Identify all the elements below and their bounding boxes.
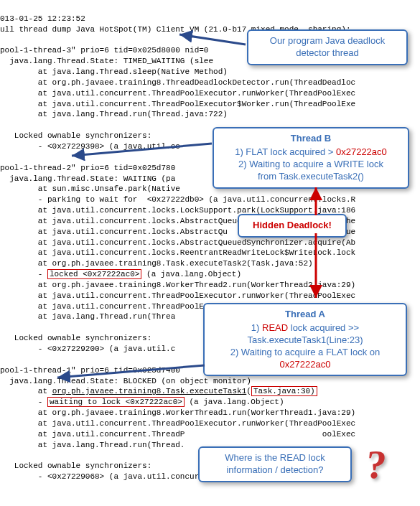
stack-line: at java.util.concurrent.ThreadPoolExecut… — [0, 100, 355, 108]
callout-thread-b: Thread B 1) FLAT lock acquired > 0x27222… — [213, 127, 409, 189]
waiting-highlight: waiting to lock <0x27222ac0> — [47, 397, 185, 407]
stack-line: at java.util.concurrent.ThreadPoolExecut… — [0, 291, 355, 300]
stack-line: at org.ph.javaee.training8.WorkerThread1… — [0, 408, 355, 417]
callout-detector: Our program Java deadlock detector threa… — [247, 29, 408, 65]
callout-hidden-deadlock: Hidden Deadlock! — [238, 214, 347, 238]
sync-header: Locked ownable synchronizers: — [0, 462, 151, 470]
stack-line: at org.ph.javaee.training8.Task.executeT… — [0, 259, 313, 268]
callout-question: Where is the READ lock information / det… — [198, 446, 352, 482]
sync-header: Locked ownable synchronizers: — [0, 131, 151, 140]
thread1-header: pool-1-thread-1" prio=6 tid=0x025d7400 — [0, 366, 180, 375]
locked-highlight: locked <0x27222ac0> — [47, 269, 141, 279]
stack-line: at java.lang.Thread.run(Threa — [0, 312, 175, 321]
stack-line: at org.ph.javaee.training8.Task.executeT… — [0, 386, 317, 396]
stack-line: at org.ph.javaee.training8.WorkerThread2… — [0, 281, 355, 289]
stack-line: at java.lang.Thread.sleep(Native Method) — [0, 67, 228, 76]
callout-thread-a: Thread A 1) READ lock acquired >> Task.e… — [203, 303, 407, 376]
stack-line: at java.lang.Thread.run(Thread.java:722) — [0, 110, 228, 118]
stack-line: at java.util.concurrent.ThreadPoolExecut… — [0, 89, 355, 98]
stack-line: at org.ph.javaee.training8.ThreadDeadloc… — [0, 78, 355, 87]
sync-value: - <0x27229200> (a java.util.c — [0, 345, 175, 353]
thread-dump: 013-01-25 12:23:52 ull thread dump Java … — [0, 0, 420, 482]
stack-line: - locked <0x27222ac0> (a java.lang.Objec… — [0, 269, 241, 279]
thread3-state: java.lang.Thread.State: TIMED_WAITING (s… — [0, 57, 213, 65]
stack-line: at java.util.concurrent.ThreadP oolExec — [0, 430, 355, 439]
thread3-header: pool-1-thread-3" prio=6 tid=0x025d8000 n… — [0, 46, 208, 55]
stack-line: - parking to wait for <0x27222db0> (a ja… — [0, 195, 355, 204]
stack-line: at sun.misc.Unsafe.park(Native — [0, 184, 180, 193]
stack-line: at java.lang.Thread.run(Thread. — [0, 441, 185, 449]
stack-line: at java.util.concurrent.locks.AbstractQu… — [0, 238, 355, 247]
stack-line: - waiting to lock <0x27222ac0> (a java.l… — [0, 397, 284, 407]
thread1-state: java.lang.Thread.State: BLOCKED (on obje… — [0, 377, 251, 385]
stack-line: at java.util.concurrent.ThreadPoolExecut… — [0, 419, 355, 428]
question-mark-icon: ? — [364, 438, 389, 492]
thread2-state: java.lang.Thread.State: WAITING (pa — [0, 174, 175, 183]
timestamp: 013-01-25 12:23:52 — [0, 14, 85, 23]
sync-header: Locked ownable synchronizers: — [0, 334, 151, 342]
task-highlight: Task.java:30) — [251, 386, 317, 396]
stack-line: at java.util.concurrent.locks.ReentrantR… — [0, 248, 355, 257]
thread2-header: pool-1-thread-2" prio=6 tid=0x025d780 — [0, 164, 175, 172]
sync-value: - <0x27229398> (a java.util.co — [0, 142, 180, 151]
